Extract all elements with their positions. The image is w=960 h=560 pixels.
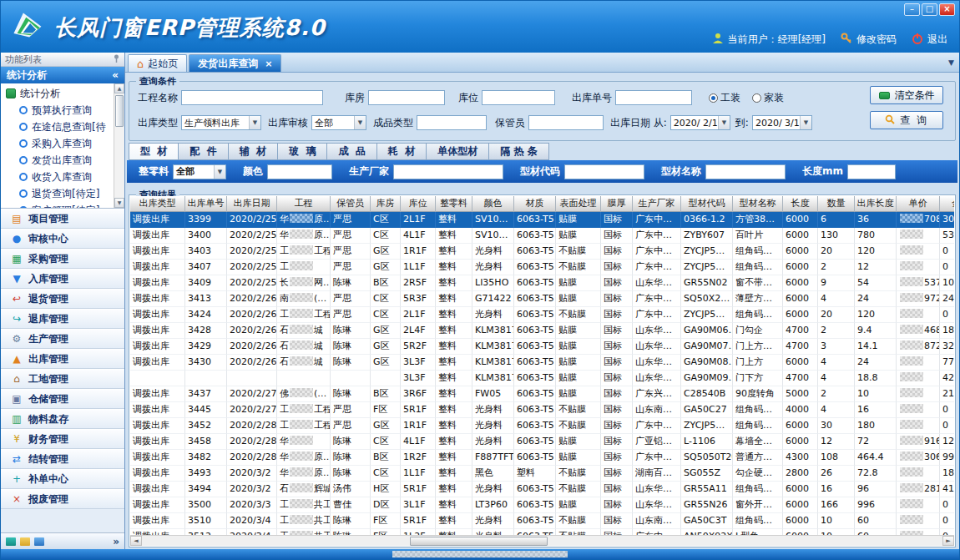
pin-icon[interactable] [113,54,120,65]
query-button[interactable]: 查 询 [870,111,943,129]
chevron-down-icon[interactable]: ▼ [948,58,954,67]
sidebar-menu-item[interactable]: ●审核中心 [1,229,124,249]
close-button[interactable]: × [939,3,955,16]
profile-code-input[interactable] [564,164,644,179]
table-row[interactable]: 调拨出库34132020/2/26南(…严思C区5R3F整料G714226063… [130,291,954,307]
sidebar-menu-item[interactable]: ↪退库管理 [1,309,124,329]
column-header[interactable]: 长度 [783,196,818,212]
minimize-button[interactable]: – [904,3,920,16]
order-no-input[interactable] [615,90,692,105]
radio-gongzhuang[interactable] [709,93,718,103]
column-header[interactable]: 型材代码 [681,196,733,212]
material-tab[interactable]: 隔 热 条 [488,143,548,160]
tree-root[interactable]: 统计分析 [1,85,124,102]
logout-button[interactable]: 退出 [927,33,947,47]
folder-icon[interactable] [20,537,30,546]
tab-shipping-outbound-query[interactable]: 发货出库查询 × [189,54,281,72]
sidebar-menu-item[interactable]: ×报废管理 [1,489,124,509]
chevron-down-icon[interactable]: ▼ [214,165,225,179]
table-row[interactable]: 调拨出库34072020/2/25工严思G区1L1F整料光身料6063-T5不贴… [130,260,954,275]
table-row[interactable]: 调拨出库34372020/2/27佛(…陈琳B区3R6F整料FW056063-T… [130,386,954,402]
tree-item[interactable]: 采购入库查询 [1,135,124,152]
table-row[interactable]: 调拨出库34522020/2/28工工程严思G区1R1F整料光身料6063-T5… [130,418,954,434]
sidebar-menu-item[interactable]: ↩退货管理 [1,289,124,309]
table-row[interactable]: 调拨出库34302020/2/26石城陈琳G区3L3F整料KLM38176063… [130,355,954,371]
keeper-input[interactable] [528,115,604,130]
table-row[interactable]: 调拨出库34932020/3/2华原…陈琳C区1L1F整料黑色塑料不贴膜国标湖南… [130,466,954,482]
column-header[interactable]: 数量 [818,196,855,212]
column-header[interactable]: 单价 [897,196,940,212]
radio-jiazhuang[interactable] [752,93,761,103]
tree-scrollbar[interactable]: ▲ ▼ [114,83,124,208]
table-row[interactable]: 调拨出库34942020/3/2石辉城汤伟H区5R1F整料光身料6063-T5不… [130,482,954,497]
table-row[interactable]: 调拨出库35002020/3/3工共工程曹佳D区3L1F整料LT3P606063… [130,497,954,513]
table-row[interactable]: 调拨出库35102020/3/4工共工程陈琳F区5R1F整料光身料6063-T5… [130,513,954,529]
column-header[interactable]: 颜色 [472,196,514,212]
sidebar-menu-item[interactable]: ⇄结转管理 [1,449,124,469]
scrollbar-thumb[interactable] [410,537,548,546]
tab-close-icon[interactable]: × [265,58,272,69]
material-tab[interactable]: 成 品 [326,143,376,160]
sidebar-menu-item[interactable]: ▣仓储管理 [1,389,124,409]
column-header[interactable]: 出库类型 [130,196,185,212]
scrollbar-thumb[interactable] [115,95,124,127]
date-from-picker[interactable]: 2020/ 2/16 ▼ [670,115,730,130]
scroll-down-icon[interactable]: ▼ [114,198,124,208]
expand-icon[interactable]: » [113,536,119,547]
sidebar-menu-item[interactable]: ▦采购管理 [1,249,124,269]
column-header[interactable]: 型材名称 [733,196,783,212]
material-tab[interactable]: 耗 材 [376,143,427,160]
sidebar-menu-item[interactable]: ▼入库管理 [1,269,124,289]
table-row[interactable]: 调拨出库34292020/2/26石城陈琳G区5R2F整料KLM38176063… [130,339,954,355]
column-header[interactable]: 表面处理 [556,196,601,212]
sidebar-menu-item[interactable]: ¥财务管理 [1,429,124,449]
date-to-picker[interactable]: 2020/ 3/16 ▼ [752,115,812,130]
sidebar-menu-item[interactable]: +补单中心 [1,469,124,489]
column-header[interactable]: 整零料 [436,196,472,212]
maker-input[interactable] [393,164,503,179]
scroll-up-icon[interactable]: ▲ [114,83,124,93]
outbound-type-select[interactable]: 生产领料出库 ▼ [181,115,261,130]
sidebar-menu-item[interactable]: ▲出库管理 [1,349,124,369]
table-row[interactable]: 调拨出库34092020/2/25长网…陈琳B区2R5F整料LI35HO6063… [130,275,954,291]
project-name-input[interactable] [181,90,323,105]
column-header[interactable]: 工程 [277,196,331,212]
horizontal-scrollbar[interactable]: ◄ ► [130,535,954,546]
table-row[interactable]: 调拨出库34822020/2/28华原…陈琳B区1R2F整料F887TFT606… [130,450,954,466]
tree-item[interactable]: 在途信息查询[待 [1,119,124,135]
tree-item[interactable]: 发货出库查询 [1,152,124,169]
change-password-link[interactable]: 修改密码 [856,33,897,47]
column-header[interactable]: 库房 [371,196,401,212]
material-tab[interactable]: 玻 璃 [277,143,327,160]
sidebar-menu-item[interactable]: ▤项目管理 [1,209,124,229]
monitor-icon[interactable] [34,537,44,546]
column-header[interactable]: 出库长度 [855,196,897,212]
chevron-down-icon[interactable]: ▼ [354,116,366,129]
table-row[interactable]: 调拨出库34242020/2/26工工程严思C区2L1F整料光身料6063-T5… [130,307,954,323]
stats-icon[interactable] [6,537,16,546]
column-header[interactable]: 出库日期 [227,196,277,212]
chevron-down-icon[interactable]: ▼ [249,116,260,129]
table-row[interactable]: 调拨出库34032020/2/25工工程严思G区1R1F整料光身料6063-T5… [130,244,954,260]
chevron-down-icon[interactable]: ▼ [800,116,811,129]
material-tab[interactable]: 辅 材 [228,143,278,160]
tree-group-header[interactable]: 统计分析 « [1,67,124,83]
material-tab[interactable]: 单体型材 [426,143,489,160]
column-header[interactable]: 生产厂家 [633,196,681,212]
length-input[interactable] [847,164,896,179]
table-row[interactable]: 调拨出库34002020/2/25华原…严思C区4L1F整料SV10…6063-… [130,228,954,244]
column-header[interactable]: 膜厚 [601,196,633,212]
audit-select[interactable]: 全部 ▼ [311,115,366,130]
sidebar-menu-item[interactable]: ▥物料盘存 [1,409,124,429]
table-row[interactable]: 调拨出库34452020/2/27工工程严思F区5R1F整料光身料6063-T5… [130,402,954,418]
table-row[interactable]: 调拨出库34282020/2/26石城陈琳G区2L4F整料KLM38176063… [130,323,954,339]
material-tab[interactable]: 型 材 [129,143,179,160]
warehouse-input[interactable] [368,90,445,105]
location-input[interactable] [482,90,555,105]
table-row[interactable]: 3L3F整料KLM38176063-T5贴膜国标山东华…GA90M09…门下方4… [130,371,954,386]
collapse-icon[interactable]: « [112,69,119,81]
material-tab[interactable]: 配 件 [178,143,228,160]
table-row[interactable]: 调拨出库33992020/2/25华原…严思C区2L1F整料SV10…6063-… [130,212,954,228]
column-header[interactable]: 出库单号 [185,196,227,212]
sidebar-menu-item[interactable]: ⌂工地管理 [1,369,124,389]
